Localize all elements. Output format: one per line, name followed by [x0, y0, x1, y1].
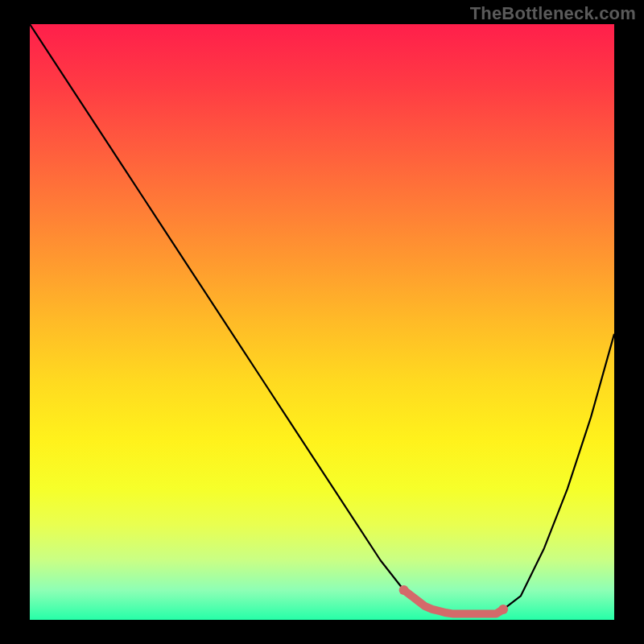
- chart-frame: TheBottleneck.com: [0, 0, 644, 644]
- optimal-range-band: [404, 590, 503, 614]
- chart-svg: [30, 24, 614, 620]
- optimal-range-start-dot: [399, 585, 409, 595]
- watermark-text: TheBottleneck.com: [470, 3, 636, 24]
- bottleneck-curve: [30, 24, 614, 614]
- optimal-range-end-dot: [498, 605, 508, 614]
- plot-area: [30, 24, 614, 620]
